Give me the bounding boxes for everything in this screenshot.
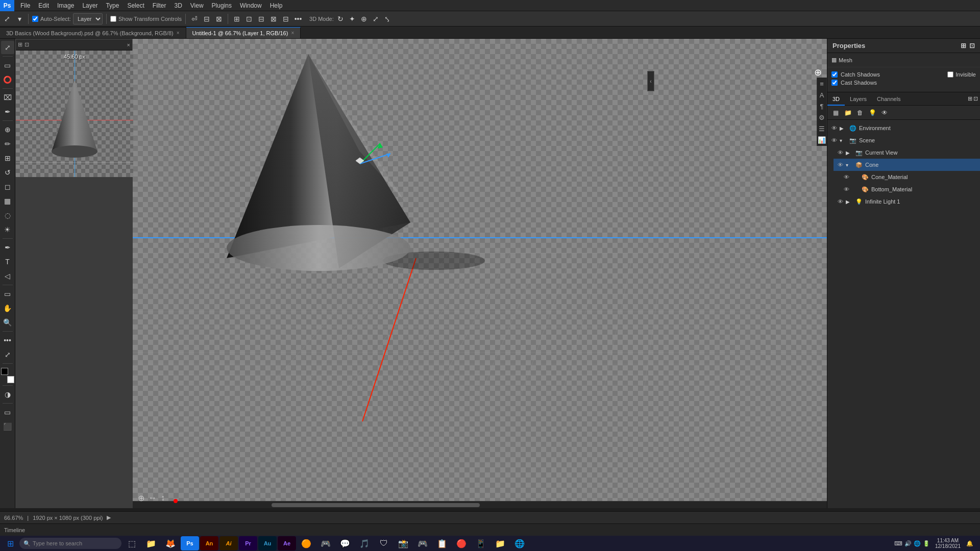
env-expand[interactable]: ▶: [840, 126, 847, 131]
status-arrow[interactable]: ▶: [107, 514, 111, 521]
stamp-tool[interactable]: ⊞: [1, 152, 14, 165]
menu-layer[interactable]: Layer: [78, 0, 102, 11]
menu-type[interactable]: Type: [102, 0, 123, 11]
lasso-tool[interactable]: ⭕: [1, 73, 14, 86]
history-tool[interactable]: ↺: [1, 166, 14, 179]
menu-3d[interactable]: 3D: [170, 0, 186, 11]
light-expand[interactable]: ▶: [846, 199, 853, 205]
screen-mode-tool[interactable]: ▭: [1, 406, 14, 419]
shape-tool[interactable]: ▭: [1, 287, 14, 300]
thumb-menu1[interactable]: ⊞: [18, 41, 22, 48]
light-icon[interactable]: 💡: [867, 108, 877, 118]
invisible-checkbox[interactable]: [947, 71, 953, 78]
show-transform-checkbox[interactable]: [110, 16, 116, 22]
photo-button[interactable]: 📸: [394, 536, 412, 550]
layer-bottom-material[interactable]: 👁 🎨 Bottom_Material: [840, 183, 980, 195]
3d-pan-icon[interactable]: ✦: [347, 14, 357, 24]
horizontal-scrollbar[interactable]: [133, 501, 827, 508]
layer-tab-3d[interactable]: 3D: [827, 92, 845, 106]
layer-tab-channels[interactable]: Channels: [872, 92, 905, 106]
layer-infinite-light[interactable]: 👁 ▶ 💡 Infinite Light 1: [834, 195, 980, 208]
cone-expand[interactable]: ▾: [846, 162, 853, 168]
layers-ctrl-2[interactable]: ⊡: [973, 95, 978, 102]
layers-ctrl-1[interactable]: ⊞: [968, 95, 972, 102]
view-expand[interactable]: ▶: [846, 150, 853, 156]
brush-tool[interactable]: ✏: [1, 137, 14, 151]
3d-roll-icon[interactable]: ⤢: [371, 14, 381, 24]
cast-shadows-checkbox[interactable]: [831, 80, 838, 86]
prop-icon-2[interactable]: ⊡: [969, 42, 975, 49]
menu-window[interactable]: Window: [236, 0, 266, 11]
view-eye[interactable]: 👁: [837, 149, 844, 156]
panel-collapse-button[interactable]: ‹: [647, 71, 654, 91]
hscroll-thumb[interactable]: [272, 503, 480, 507]
filter-icon[interactable]: ▦: [830, 108, 841, 118]
layer-cone[interactable]: 👁 ▾ 📦 Cone: [834, 159, 980, 171]
menu-file[interactable]: File: [16, 0, 34, 11]
menu-edit[interactable]: Edit: [34, 0, 53, 11]
eye-icon[interactable]: 👁: [879, 108, 890, 118]
layer-cone-material[interactable]: 👁 🎨 Cone_Material: [840, 171, 980, 183]
canvas-container[interactable]: ⊞ ⊡ × 45.60 px: [15, 39, 827, 508]
artboard-tool[interactable]: ⬛: [1, 420, 14, 433]
align-center-v-icon[interactable]: ⊟: [202, 14, 212, 24]
tab-1[interactable]: 3D Basics (Wood Background).psd @ 66.7% …: [0, 27, 186, 38]
taskview-button[interactable]: ⬚: [122, 536, 141, 550]
crop-tool[interactable]: ⌧: [1, 91, 14, 104]
thumb-menu2[interactable]: ⊡: [24, 41, 29, 48]
selection-tool[interactable]: ▭: [1, 59, 14, 72]
audition-button[interactable]: Au: [258, 536, 277, 550]
side-icon-layers[interactable]: ☰: [818, 124, 826, 133]
bmat-eye[interactable]: 👁: [843, 186, 850, 193]
eyedropper-tool[interactable]: ✒: [1, 105, 14, 118]
light-eye[interactable]: 👁: [837, 198, 844, 205]
cone-eye[interactable]: 👁: [837, 161, 844, 168]
crosshair-button[interactable]: ⊕: [814, 67, 822, 78]
move-tool[interactable]: ⤢: [1, 41, 14, 54]
files-button[interactable]: 📁: [491, 536, 509, 550]
env-eye[interactable]: 👁: [830, 124, 838, 132]
layer-tab-layers[interactable]: Layers: [845, 92, 872, 106]
phone-button[interactable]: 📱: [472, 536, 490, 550]
pen-tool[interactable]: ✒: [1, 241, 14, 254]
dist2-icon[interactable]: ⊡: [244, 14, 254, 24]
explorer-button[interactable]: 📁: [142, 536, 160, 550]
timeline-label[interactable]: Timeline: [4, 527, 25, 533]
prop-icon-1[interactable]: ⊞: [961, 42, 966, 49]
dist3-icon[interactable]: ⊟: [256, 14, 266, 24]
tab-1-close[interactable]: ×: [177, 30, 180, 36]
background-swatch[interactable]: [7, 376, 14, 383]
menu-plugins[interactable]: Plugins: [208, 0, 236, 11]
illustrator-button[interactable]: Ai: [219, 536, 238, 550]
side-icon-a[interactable]: A: [818, 91, 826, 99]
delete-icon[interactable]: 🗑: [855, 108, 865, 118]
side-icon-hist[interactable]: 📊: [818, 136, 826, 144]
side-icon-adjust[interactable]: ⚙: [818, 113, 826, 121]
3d-slide-icon[interactable]: ⤣: [382, 14, 393, 24]
eraser-tool[interactable]: ◻: [1, 180, 14, 193]
tool-preset-icon[interactable]: ▾: [14, 14, 24, 24]
firefox-button[interactable]: 🦊: [161, 536, 180, 550]
3d-rotate-icon[interactable]: ↻: [335, 14, 346, 24]
tab-2-close[interactable]: ×: [291, 30, 294, 36]
move-tool-icon[interactable]: ⤢: [2, 14, 12, 24]
steam-button[interactable]: 🎮: [316, 536, 335, 550]
dist5-icon[interactable]: ⊟: [281, 14, 291, 24]
align-left-icon[interactable]: ⏎: [189, 14, 200, 24]
catch-shadows-checkbox[interactable]: [831, 71, 838, 78]
layer-environment[interactable]: 👁 ▶ 🌐 Environment: [827, 122, 980, 134]
menu-view[interactable]: View: [186, 0, 208, 11]
scene-eye[interactable]: 👁: [830, 137, 838, 144]
3d-rotate-tool[interactable]: ⤢: [1, 348, 14, 361]
sys-icon-3[interactable]: 🌐: [914, 540, 921, 547]
layer-scene[interactable]: 👁 ▾ 📷 Scene: [827, 134, 980, 146]
layer-current-view[interactable]: 👁 ▶ 📷 Current View: [834, 146, 980, 159]
dist4-icon[interactable]: ⊠: [268, 14, 279, 24]
align-bottom-icon[interactable]: ⊠: [214, 14, 224, 24]
sys-icon-1[interactable]: ⌨: [894, 540, 902, 547]
auto-select-checkbox[interactable]: [32, 16, 38, 22]
auto-select-dropdown[interactable]: Layer: [73, 13, 103, 24]
zoom-tool[interactable]: 🔍: [1, 316, 14, 329]
browser-button[interactable]: 🌐: [510, 536, 529, 550]
3d-zoom-icon[interactable]: ⊕: [359, 14, 369, 24]
